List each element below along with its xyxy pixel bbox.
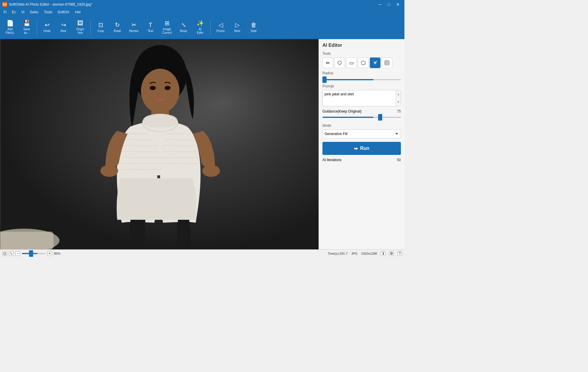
menu-item-ec[interactable]: Ec <box>9 9 18 15</box>
title-bar-right: ─ □ ✕ <box>376 1 402 8</box>
toolbar: 📄Add File(s).💾Save as...↩Undo↪Red.🖼Origi… <box>0 15 404 39</box>
delete-icon: 🗑 <box>251 22 257 28</box>
palette-tool[interactable] <box>382 57 392 68</box>
text-button[interactable]: TText <box>143 17 158 37</box>
mode-section: Generative FillInpaintingOutpainting <box>322 129 401 138</box>
iterations-row: AI Iterations 50 <box>322 158 401 162</box>
photo-background <box>0 39 319 249</box>
guidance-row: Guidance(Keep Original) 75 <box>322 109 401 113</box>
rect-select-tool[interactable]: ▭ <box>346 57 357 68</box>
guidance-slider-container <box>322 115 401 121</box>
redo-label: Red. <box>60 29 67 33</box>
guidance-slider[interactable] <box>322 117 401 118</box>
photo-container <box>0 39 319 249</box>
iterations-value: 50 <box>397 158 401 162</box>
crop-button[interactable]: ⊡Crop <box>93 17 108 37</box>
zoom-slider[interactable] <box>22 253 46 254</box>
menu-item-tools[interactable]: Tools <box>42 9 55 15</box>
svg-point-11 <box>202 165 220 177</box>
status-bar: ⊡ ⤡ − + 80% Time(s):291.7 JPG 1920x1280 … <box>0 249 404 257</box>
right-panel: AI Editor Tools ✏ ▭ <box>319 39 404 249</box>
next-button[interactable]: ▷Next <box>229 17 245 37</box>
crop-label: Crop <box>97 29 104 33</box>
guidance-value: 75 <box>397 109 401 113</box>
panel-title: AI Editor <box>322 43 401 48</box>
text-icon: T <box>149 22 152 28</box>
iterations-label: AI Iterations <box>322 158 341 162</box>
mode-select[interactable]: Generative FillInpaintingOutpainting <box>322 129 401 138</box>
svg-point-12 <box>376 61 377 62</box>
svg-rect-3 <box>0 232 54 249</box>
save-as-button[interactable]: 💾Save as... <box>19 17 34 37</box>
scroll-down[interactable]: ▼ <box>396 98 401 106</box>
coordinates-display: Time(s):291.7 <box>328 252 348 255</box>
original-label: Origin Ima <box>76 28 84 35</box>
undo-button[interactable]: ↩Undo <box>39 17 55 37</box>
settings-button[interactable]: ⚙ <box>389 251 394 256</box>
next-label: Next <box>234 29 240 33</box>
remove-label: Remov <box>129 29 139 33</box>
menu-item-selec[interactable]: Selec <box>27 9 41 15</box>
menu-item-fi[interactable]: Fi <box>1 9 9 15</box>
svg-point-10 <box>100 165 118 177</box>
sparkle-tool[interactable] <box>370 57 380 68</box>
menu-item-hel[interactable]: Hel <box>73 9 83 15</box>
previous-button[interactable]: ◁Previo <box>213 17 228 37</box>
photo-canvas <box>0 39 319 249</box>
run-icon: ➡ <box>354 146 358 151</box>
maximize-button[interactable]: □ <box>385 1 393 8</box>
resize-label: Resiz <box>180 29 187 33</box>
original-button[interactable]: 🖼Origin Ima <box>73 17 88 37</box>
menu-item-vi[interactable]: Vi <box>19 9 27 15</box>
radius-slider[interactable] <box>322 79 401 80</box>
prompt-textarea[interactable] <box>323 90 396 105</box>
toolbar-sep-2 <box>210 20 211 35</box>
status-right: Time(s):291.7 JPG 1920x1280 ℹ ⚙ ? <box>328 251 402 256</box>
polygon-tool[interactable] <box>358 57 369 68</box>
pencil-tool[interactable]: ✏ <box>322 57 333 68</box>
canvas-area[interactable] <box>0 39 319 249</box>
save-as-icon: 💾 <box>23 20 30 27</box>
title-bar-text: SoftOrbits AI Photo Editor - woman-97088… <box>9 2 92 7</box>
image-correct-label: Image Correct <box>162 28 172 35</box>
lasso-tool[interactable] <box>334 57 345 68</box>
zoom-out-button[interactable]: − <box>15 251 20 256</box>
image-correct-icon: ⊞ <box>165 20 170 27</box>
radius-label: Radius <box>322 71 401 75</box>
crop-icon: ⊡ <box>98 21 103 28</box>
file-format: JPG <box>351 252 357 255</box>
status-left: ⊡ ⤡ − + 80% <box>2 251 324 256</box>
rotate-button[interactable]: ↻Rotat <box>110 17 125 37</box>
radius-container <box>322 77 401 81</box>
mode-label: Mode <box>322 124 401 128</box>
svg-point-8 <box>165 86 171 90</box>
help-button[interactable]: ? <box>397 251 402 256</box>
minimize-button[interactable]: ─ <box>376 1 384 8</box>
scroll-up[interactable]: ▲ <box>396 90 401 98</box>
add-files-label: Add File(s). <box>6 28 15 35</box>
svg-point-7 <box>150 86 156 90</box>
add-files-button[interactable]: 📄Add File(s). <box>2 17 18 37</box>
menu-item-softort:[interactable]: SoftOrt: <box>55 9 72 15</box>
prompt-scrollbar: ▲ ▼ <box>396 90 401 106</box>
ai-edit-button[interactable]: ✨AI Editc <box>192 17 208 37</box>
run-label: Run <box>360 146 369 151</box>
text-label: Text <box>148 29 153 33</box>
zoom-expand-button[interactable]: ⤡ <box>9 251 14 256</box>
title-bar-left: SO SoftOrbits AI Photo Editor - woman-97… <box>2 2 92 7</box>
zoom-in-button[interactable]: + <box>47 251 52 256</box>
delete-button[interactable]: 🗑Dele <box>246 17 261 37</box>
svg-point-13 <box>374 61 374 62</box>
toolbar-sep-0 <box>37 20 37 35</box>
image-correct-button[interactable]: ⊞Image Correct <box>159 17 175 37</box>
remove-button[interactable]: ✂Remov <box>126 17 142 37</box>
info-button[interactable]: ℹ <box>381 251 385 256</box>
close-button[interactable]: ✕ <box>394 1 402 8</box>
run-button[interactable]: ➡ Run <box>322 142 401 155</box>
view-fit-button[interactable]: ⊡ <box>2 251 7 256</box>
resize-button[interactable]: ⤡Resiz <box>176 17 191 37</box>
redo-button[interactable]: ↪Red. <box>56 17 71 37</box>
delete-label: Dele <box>251 29 257 33</box>
svg-rect-17 <box>386 61 387 65</box>
zoom-percent: 80% <box>54 252 60 255</box>
